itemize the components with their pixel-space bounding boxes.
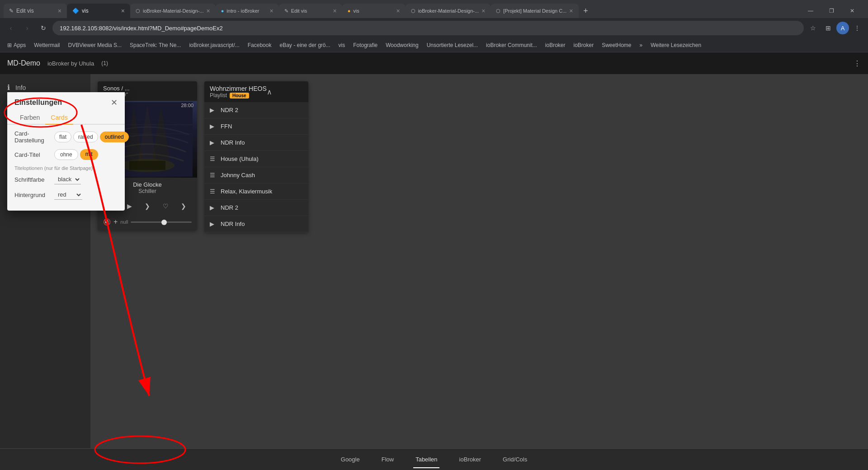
bookmark-wettermail[interactable]: Wettermail [30,40,63,51]
bookmark-fotografie[interactable]: Fotografie [349,40,381,51]
reload-button[interactable]: ↻ [36,21,51,35]
tab-vis-2[interactable]: ● vis × [342,4,406,18]
tab-intro-iobroker[interactable]: ● intro - ioBroker × [216,4,279,18]
playlist-item-ndrinfo-1[interactable]: ▶ NDR Info [204,135,308,151]
tab-label: ioBroker-Material-Design-... [143,8,203,14]
tab-close-intro[interactable]: × [269,7,273,14]
bookmark-spacetrek[interactable]: SpaceTrek: The Ne... [126,40,184,51]
dialog-close-button[interactable]: ✕ [111,98,118,108]
playlist-item-name: Relax, Klaviermusik [221,188,303,195]
bookmark-label: SpaceTrek: The Ne... [130,42,181,48]
sidebar-info-label: Info [15,84,26,91]
back-button[interactable]: ‹ [4,21,18,35]
header-menu-button[interactable]: ⋮ [854,59,861,68]
info-icon: ℹ [7,83,10,92]
hintergrund-select[interactable]: red blue green grey none [54,190,82,200]
bookmark-iobroker-2[interactable]: ioBroker [570,40,597,51]
card-darstellung-row: Card-Darstellung flat raised outlined [14,130,118,144]
tab-close-ev2[interactable]: × [333,7,336,14]
tab-label: intro - ioBroker [226,8,259,14]
playlist-item-ffn[interactable]: ▶ FFN [204,118,308,135]
playlist-item-ndrinfo-2[interactable]: ▶ NDR Info [204,216,308,232]
heart-button[interactable]: ♡ [158,199,173,213]
bookmark-iobroker-1[interactable]: ioBroker [542,40,569,51]
schriftfarbe-select[interactable]: black white grey [54,174,81,184]
bookmark-apps[interactable]: ⊞ Apps [4,40,29,51]
bookmark-label: SweetHome [602,42,631,48]
app-subtitle: ioBroker by Uhula [47,60,94,67]
bookmark-weitere[interactable]: Weitere Lesezeichen [647,40,705,51]
dialog-tab-farben[interactable]: Farben [14,111,45,125]
volume-bar[interactable] [131,221,192,223]
tab-close-v2[interactable]: × [396,7,400,14]
tab-close-md2[interactable]: × [481,7,485,14]
pill-mit[interactable]: mit [80,149,98,160]
address-bar-row: ‹ › ↻ ☆ ⊞ A ⋮ [0,18,868,38]
pill-ohne[interactable]: ohne [54,149,78,160]
forward-button[interactable]: › [20,21,34,35]
tab-iobroker-md-2[interactable]: ⬡ ioBroker-Material-Design-... × [406,4,491,18]
tab-close-1[interactable]: × [58,7,61,14]
maximize-button[interactable]: ❐ [821,4,842,18]
profile-icon[interactable]: A [836,22,849,34]
bookmark-sweethome[interactable]: SweetHome [598,40,635,51]
minimize-button[interactable]: — [800,4,821,18]
bookmark-facebook[interactable]: Facebook [244,40,275,51]
play-icon: ▶ [210,221,217,227]
dialog-tab-cards[interactable]: Cards [45,111,73,125]
dialog-body: Card-Darstellung flat raised outlined Ca… [7,125,125,211]
add-icon[interactable]: + [113,218,118,226]
playlist-item-ndr2-1[interactable]: ▶ NDR 2 [204,102,308,118]
bookmark-more-arrow[interactable]: » [636,40,646,51]
playlist-item-johnny-cash[interactable]: ☰ Johnny Cash [204,167,308,183]
chip-raised[interactable]: raised [73,132,98,142]
dialog-header: Einstellungen ✕ [7,92,125,108]
nav-item-flow[interactable]: Flow [371,451,405,468]
more-button[interactable]: ❯ [176,199,191,213]
new-tab-button[interactable]: + [579,4,593,18]
nav-item-tabellen[interactable]: Tabellen [405,451,448,468]
bookmark-vis[interactable]: vis [335,40,349,51]
tab-close-projekt[interactable]: × [569,7,573,14]
bookmark-dvbviewer[interactable]: DVBViewer Media S... [64,40,125,51]
bookmark-label: ioBroker [545,42,566,48]
tab-projekt-md[interactable]: ⬡ [Projekt] Material Design C... × [491,4,578,18]
chip-outlined[interactable]: outlined [100,132,129,142]
play-icon: ▶ [210,107,217,113]
playlist-item-ndr2-2[interactable]: ▶ NDR 2 [204,200,308,216]
tab-close-md1[interactable]: × [206,7,210,14]
bookmark-woodworking[interactable]: Woodworking [382,40,422,51]
next-button[interactable]: ❯ [140,199,155,213]
tab-iobroker-md-1[interactable]: ⬡ ioBroker-Material-Design-... × [130,4,216,18]
bookmark-label: Unsortierte Lesezel... [427,42,478,48]
playlist-item-house-uhula[interactable]: ☰ House (Uhula) [204,151,308,167]
nav-item-iobroker[interactable]: ioBroker [448,451,492,468]
tab-label: vis [353,8,359,14]
bookmark-label: ioBroker.javascript/... [189,42,239,48]
close-button[interactable]: ✕ [842,4,863,18]
mute-icon[interactable]: 🔇 [103,218,111,226]
nav-item-google[interactable]: Google [330,451,371,468]
heos-collapse-button[interactable]: ∧ [267,88,272,96]
bookmark-unsortierte[interactable]: Unsortierte Lesezel... [423,40,481,51]
bookmark-iobroker-js[interactable]: ioBroker.javascript/... [185,40,243,51]
playlist-item-relax[interactable]: ☰ Relax, Klaviermusik [204,183,308,200]
bookmark-star-icon[interactable]: ☆ [806,21,820,35]
more-options-icon[interactable]: ⋮ [850,21,864,35]
bookmark-ebay[interactable]: eBay - eine der grö... [276,40,334,51]
heos-card-header: Wohnzimmer HEOS Playlist House ∧ [204,81,308,102]
bookmark-iobroker-community[interactable]: ioBroker Communit... [482,40,541,51]
bookmark-label: Woodworking [386,42,418,48]
nav-item-gridcols[interactable]: Grid/Cols [492,451,538,468]
tab-edit-vis-1[interactable]: ✎ Edit vis × [4,4,67,18]
chip-flat[interactable]: flat [54,132,71,142]
address-input[interactable] [52,21,804,35]
tab-bar: ✎ Edit vis × 🔷 vis × ⬡ ioBroker-Material… [0,0,868,18]
tab-close-vis[interactable]: × [121,7,125,14]
nav-label: Grid/Cols [503,456,527,463]
bottom-nav: Google Flow Tabellen ioBroker Grid/Cols [0,448,868,470]
extension-icon[interactable]: ⊞ [821,21,835,35]
tab-vis-1[interactable]: 🔷 vis × [67,4,130,18]
tab-edit-vis-2[interactable]: ✎ Edit vis × [279,4,342,18]
player-footer: 🔇 + null [98,216,197,230]
